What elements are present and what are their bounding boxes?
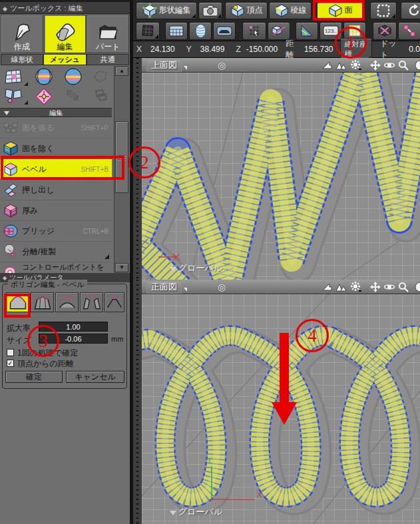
tab-common[interactable]: 共通: [87, 54, 129, 65]
mesh-x-icon: [377, 24, 392, 37]
perspective-icon[interactable]: [335, 61, 347, 70]
dark-grid-button[interactable]: [136, 22, 160, 40]
viewport-title[interactable]: 上面図: [146, 59, 182, 72]
shading-sphere-icon[interactable]: [412, 60, 420, 71]
tab-mesh[interactable]: メッシュ: [43, 54, 86, 65]
shape-edit-button[interactable]: 形状編集: [136, 2, 197, 19]
uv-edit-tool[interactable]: [4, 87, 24, 106]
target-icon[interactable]: ◎: [218, 282, 226, 292]
spiral-object-button[interactable]: [189, 22, 212, 40]
toolbox-header[interactable]: ◆ツールボックス : 編集: [0, 2, 130, 14]
vertex-distance-checkbox[interactable]: ✓: [7, 360, 14, 367]
menu-item-bridge[interactable]: ブリッジ CTRL+B: [0, 221, 112, 242]
zoom-icon[interactable]: [398, 60, 409, 71]
size-field-input[interactable]: -0.06: [39, 334, 108, 344]
gear-icon[interactable]: [350, 282, 361, 292]
viewport-titlebar[interactable]: 正面図 ◎: [142, 280, 420, 294]
coordinate-bar: X 24.130 Y 38.499 Z -150.000 距離 156.730 …: [133, 41, 420, 58]
menu-item-label: 面を除く: [22, 143, 108, 154]
mode-button-create[interactable]: 作成: [1, 15, 43, 53]
size-field-label: サイズ: [7, 335, 31, 346]
menu-item-bevel[interactable]: ベベル SHIFT+B: [0, 159, 112, 180]
bevel-type-2-button[interactable]: [31, 292, 54, 312]
sphere-mapping-tool[interactable]: [35, 67, 55, 86]
section-header-label: 編集: [49, 109, 63, 117]
perspective-icon[interactable]: [335, 282, 347, 292]
toolbar-row-1: 形状編集 頂点 稜線 面: [133, 1, 420, 20]
dark-grid-icon: [141, 24, 154, 37]
wire-toggle-button[interactable]: [373, 22, 397, 40]
tab-line-shape[interactable]: 線形状: [1, 54, 43, 65]
bevel-type-3-button[interactable]: [55, 292, 79, 312]
move-icon[interactable]: [370, 60, 381, 71]
menu-item-delete-face[interactable]: 面を除く: [0, 138, 112, 159]
orbit-icon[interactable]: [384, 60, 395, 71]
background-grid-button[interactable]: [343, 22, 366, 40]
numbers-icon: 123..: [323, 25, 339, 36]
cut-line-button[interactable]: [268, 22, 290, 40]
global-dropdown-icon[interactable]: [170, 511, 176, 515]
patch-grid-tool[interactable]: [4, 69, 24, 87]
snap-grid-button[interactable]: [242, 22, 266, 40]
zoom-icon[interactable]: [398, 282, 409, 292]
car-icon: [216, 26, 232, 36]
coord-x-value: 24.130: [150, 45, 175, 54]
protractor-icon: ?: [300, 24, 314, 37]
viewport-canvas-front[interactable]: Y X グローバル: [142, 294, 420, 524]
menu-item-label: 厚み: [22, 205, 108, 216]
make-face-icon: [2, 120, 19, 136]
target-icon[interactable]: ◎: [218, 60, 226, 71]
table-grid-button[interactable]: [165, 22, 188, 40]
bevel-type-4-button[interactable]: [80, 292, 103, 312]
menu-item-extrude[interactable]: 押し出し: [0, 180, 112, 200]
confirm-button[interactable]: 確定: [5, 371, 63, 383]
bevel-type-5-button[interactable]: [105, 292, 124, 312]
confirm-once-label: 1回の処理で確定: [17, 348, 78, 359]
mode-button-edit[interactable]: 編集: [44, 15, 87, 53]
rect-select-button[interactable]: [370, 2, 397, 19]
pan-arrow-icon[interactable]: [321, 61, 332, 70]
menu-item-thickness[interactable]: 厚み: [0, 200, 112, 221]
sphere-mapping-tool-2[interactable]: [64, 67, 84, 86]
scale-field-input[interactable]: 1.00: [39, 322, 108, 332]
bevel-type-round-button[interactable]: [6, 292, 29, 312]
move-icon[interactable]: [370, 282, 381, 292]
viewport-title[interactable]: 正面図: [146, 280, 182, 294]
vertex-mode-button[interactable]: 頂点: [225, 2, 268, 19]
scrollbar-thumb[interactable]: [115, 121, 128, 193]
viewport-front-view[interactable]: 正面図 ◎: [133, 280, 420, 524]
pan-arrow-icon[interactable]: [321, 282, 332, 292]
measure-angle-button[interactable]: ?: [296, 22, 318, 40]
global-dropdown-icon[interactable]: [170, 267, 176, 272]
section-header-edit[interactable]: 編集: [0, 108, 112, 117]
confirm-once-checkbox[interactable]: [7, 349, 14, 356]
select-move-button[interactable]: [398, 22, 420, 40]
car-object-button[interactable]: [213, 22, 236, 40]
expand-tool[interactable]: [35, 87, 55, 106]
face-mode-button[interactable]: 面: [317, 2, 363, 19]
mode-button-part[interactable]: パート: [87, 15, 129, 53]
menu-item-shortcut: CTRL+B: [83, 228, 108, 235]
global-coordinate-label[interactable]: グローバル: [178, 506, 222, 518]
global-coordinate-label[interactable]: グローバル: [178, 262, 222, 274]
gear-icon[interactable]: [350, 60, 361, 70]
toolbox-scrollbar[interactable]: ▲ ▼: [114, 66, 129, 273]
viewport-titlebar[interactable]: 上面図 ◎: [142, 58, 420, 73]
camera-button[interactable]: [198, 2, 222, 19]
viewport-canvas-top[interactable]: グローバル: [142, 73, 420, 280]
bevel-type-5-icon: [106, 294, 123, 310]
shading-sphere-icon[interactable]: [412, 282, 420, 292]
edge-mode-button[interactable]: 稜線: [269, 2, 312, 19]
scroll-down-button[interactable]: ▼: [115, 263, 128, 272]
orbit-icon[interactable]: [384, 282, 395, 292]
viewport-top-view[interactable]: 上面図 ◎: [133, 58, 420, 280]
scroll-up-button[interactable]: ▲: [115, 67, 128, 76]
cancel-button[interactable]: キャンセル: [66, 371, 124, 383]
rotate-icon: [407, 4, 420, 17]
menu-item-separate-duplicate[interactable]: 分離/複製: [0, 242, 112, 262]
numeric-input-button[interactable]: 123..: [319, 22, 342, 40]
menu-item-label: 押し出し: [22, 184, 108, 196]
rotate-view-button[interactable]: [401, 2, 420, 19]
coordinate-mode-dropdown[interactable]: 絶対座標: [340, 38, 373, 61]
menu-item-add-control-point[interactable]: コントロールポイントを追加: [0, 262, 112, 273]
